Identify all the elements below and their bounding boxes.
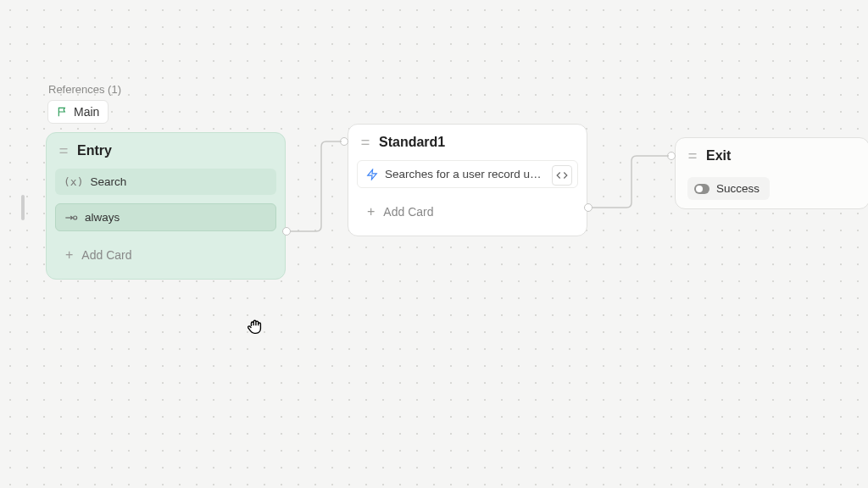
code-button[interactable] <box>552 165 572 186</box>
node-title: Exit <box>706 148 731 164</box>
svg-marker-6 <box>368 169 377 180</box>
card-label: Searches for a user record usi... <box>385 168 543 180</box>
port-in-standard[interactable] <box>340 137 348 146</box>
add-card-label: Add Card <box>383 205 433 219</box>
add-card-button[interactable]: + Add Card <box>357 197 578 227</box>
flag-icon <box>57 106 69 118</box>
node-header[interactable]: Exit <box>676 138 868 174</box>
plus-icon: + <box>367 205 375 219</box>
card-action-search-user[interactable]: Searches for a user record usi... <box>357 160 578 188</box>
node-header[interactable]: Standard1 <box>348 125 587 160</box>
port-out-standard[interactable] <box>584 203 593 212</box>
main-chip-label: Main <box>74 105 99 119</box>
card-search[interactable]: (x) Search <box>55 169 276 195</box>
node-standard1[interactable]: Standard1 Searches for a user record usi… <box>348 124 587 236</box>
card-label: Search <box>90 175 126 188</box>
transition-icon <box>64 213 78 223</box>
drag-handle-icon[interactable] <box>58 146 69 156</box>
plus-icon: + <box>65 248 73 262</box>
card-label: Success <box>716 182 760 195</box>
drag-handle-icon[interactable] <box>360 137 370 147</box>
wire-entry-standard <box>291 141 342 235</box>
card-success[interactable]: Success <box>687 177 770 200</box>
lightning-icon <box>366 169 378 180</box>
node-exit[interactable]: Exit Success <box>675 137 868 209</box>
node-title: Standard1 <box>379 135 445 150</box>
svg-point-3 <box>74 216 77 219</box>
canvas-resize-handle[interactable] <box>21 195 25 220</box>
variable-icon: (x) <box>64 175 83 188</box>
drag-handle-icon[interactable] <box>687 151 698 161</box>
node-header[interactable]: Entry <box>47 133 285 169</box>
reference-main-chip[interactable]: Main <box>47 100 108 124</box>
node-entry[interactable]: Entry (x) Search always + Add Card <box>46 132 286 280</box>
port-in-exit[interactable] <box>667 152 676 160</box>
references-label: References (1) <box>48 83 121 96</box>
grab-cursor-icon <box>246 318 264 340</box>
wire-standard-exit <box>593 156 669 211</box>
add-card-label: Add Card <box>81 248 131 262</box>
card-always[interactable]: always <box>55 203 276 231</box>
port-out-entry[interactable] <box>282 227 291 236</box>
add-card-button[interactable]: + Add Card <box>55 240 276 270</box>
node-title: Entry <box>77 143 112 158</box>
card-label: always <box>85 211 120 224</box>
toggle-icon <box>694 184 709 194</box>
